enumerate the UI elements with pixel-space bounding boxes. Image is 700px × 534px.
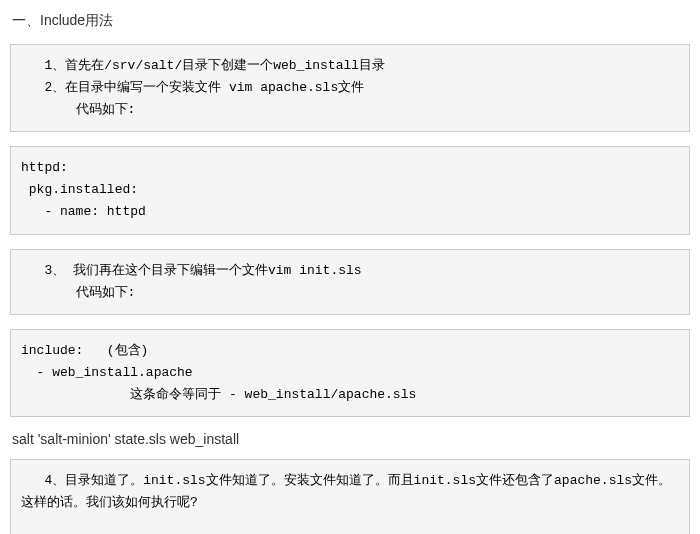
instruction-block-3: 3、 我们再在这个目录下编辑一个文件vim init.sls 代码如下: [10, 249, 690, 315]
instruction-block-5: 4、目录知道了。init.sls文件知道了。安装文件知道了。而且init.sls… [10, 459, 690, 534]
code-block-httpd: httpd: pkg.installed: - name: httpd [10, 146, 690, 234]
command-line: salt 'salt-minion' state.sls web_install [12, 431, 690, 447]
code-block-include: include: (包含) - web_install.apache 这条命令等… [10, 329, 690, 417]
section-heading: 一、Include用法 [12, 12, 690, 30]
instruction-block-1: 1、首先在/srv/salt/目录下创建一个web_install目录 2、在目… [10, 44, 690, 132]
